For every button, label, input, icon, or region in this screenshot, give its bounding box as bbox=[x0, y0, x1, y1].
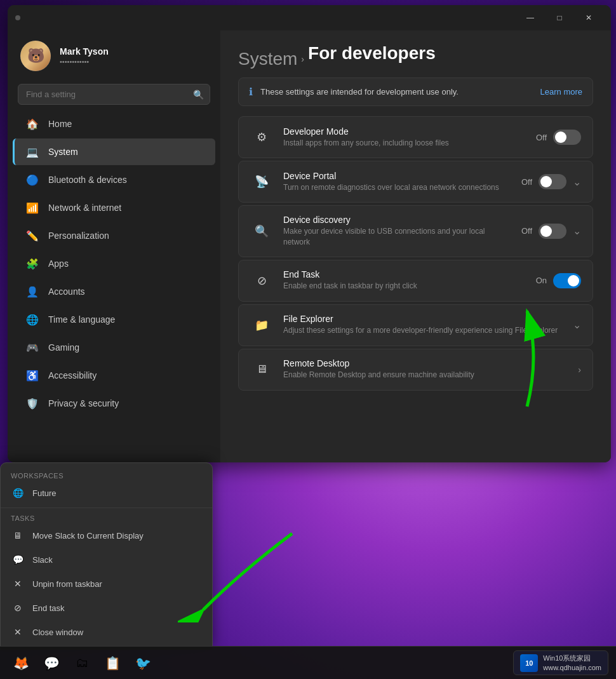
network-icon: 📶 bbox=[25, 201, 39, 215]
end-task-toggle-knob bbox=[568, 275, 579, 286]
personalization-icon: ✏️ bbox=[25, 229, 39, 243]
sidebar-item-time[interactable]: 🌐 Time & language bbox=[13, 306, 215, 333]
context-item-close-window-label: Close window bbox=[32, 628, 83, 637]
sidebar-item-label-bluetooth: Bluetooth & devices bbox=[48, 175, 127, 185]
sidebar-item-label-home: Home bbox=[48, 119, 72, 129]
badge-text: Win10系统家园 www.qdhuajin.com bbox=[543, 654, 601, 672]
setting-row-device-discovery[interactable]: 🔍 Device discovery Make your device visi… bbox=[238, 205, 593, 257]
sidebar-item-label-apps: Apps bbox=[48, 259, 69, 269]
setting-row-developer-mode[interactable]: ⚙ Developer Mode Install apps from any s… bbox=[238, 116, 593, 158]
breadcrumb: System › For developers bbox=[238, 43, 593, 75]
sidebar-item-home[interactable]: 🏠 Home bbox=[13, 111, 215, 137]
context-item-slack[interactable]: 💬 Slack bbox=[1, 548, 212, 572]
search-box: 🔍 bbox=[18, 84, 210, 105]
remote-desktop-icon: 🖥 bbox=[250, 358, 273, 381]
device-portal-desc: Turn on remote diagnostics over local ar… bbox=[283, 182, 511, 193]
device-portal-toggle[interactable] bbox=[539, 174, 566, 189]
file-explorer-chevron: ⌄ bbox=[573, 319, 581, 331]
title-bar: — □ ✕ bbox=[8, 5, 611, 30]
context-workspace-future[interactable]: 🌐 Future bbox=[1, 481, 212, 505]
search-input[interactable] bbox=[18, 84, 210, 105]
sidebar-item-label-privacy: Privacy & security bbox=[48, 398, 119, 408]
privacy-icon: 🛡️ bbox=[25, 396, 39, 410]
device-discovery-toggle-label: Off bbox=[521, 226, 532, 236]
title-bar-left bbox=[15, 15, 20, 20]
context-item-end-task[interactable]: ⊘ End task bbox=[1, 596, 212, 620]
context-item-end-task-label: End task bbox=[32, 603, 65, 613]
taskbar-badge[interactable]: 10 Win10系统家园 www.qdhuajin.com bbox=[513, 650, 608, 675]
user-email: •••••••••••• bbox=[60, 58, 109, 65]
maximize-button[interactable]: □ bbox=[545, 8, 574, 28]
breadcrumb-current: For developers bbox=[308, 43, 436, 64]
taskbar-app-skype[interactable]: 💬 bbox=[38, 650, 65, 676]
end-task-desc: Enable end task in taskbar by right clic… bbox=[283, 281, 526, 292]
device-portal-icon: 📡 bbox=[250, 170, 273, 193]
sidebar-item-label-personalization: Personalization bbox=[48, 231, 109, 241]
apps-icon: 🧩 bbox=[25, 257, 39, 271]
sidebar-item-apps[interactable]: 🧩 Apps bbox=[13, 250, 215, 277]
end-task-toggle[interactable] bbox=[553, 273, 581, 288]
file-explorer-text: File Explorer Adjust these settings for … bbox=[283, 314, 563, 336]
tasks-label: Tasks bbox=[1, 511, 212, 523]
sidebar: 🐻 Mark Tyson •••••••••••• 🔍 🏠 Home 💻 Sys… bbox=[8, 30, 220, 462]
close-button[interactable]: ✕ bbox=[574, 8, 603, 28]
settings-window: — □ ✕ 🐻 Mark Tyson •••••••••••• 🔍 bbox=[8, 5, 611, 462]
avatar: 🐻 bbox=[20, 41, 51, 71]
taskbar-app-bird[interactable]: 🐦 bbox=[130, 650, 156, 676]
badge-line2: www.qdhuajin.com bbox=[543, 663, 601, 672]
sidebar-item-gaming[interactable]: 🎮 Gaming bbox=[13, 334, 215, 361]
sidebar-item-personalization[interactable]: ✏️ Personalization bbox=[13, 222, 215, 249]
taskbar-app-files[interactable]: 🗂 bbox=[69, 650, 95, 676]
file-explorer-icon: 📁 bbox=[250, 314, 273, 337]
taskbar-apps: 🦊 💬 🗂 📋 🐦 bbox=[8, 650, 156, 676]
sidebar-item-label-gaming: Gaming bbox=[48, 342, 79, 353]
developer-mode-toggle[interactable] bbox=[553, 130, 581, 145]
accounts-icon: 👤 bbox=[25, 285, 39, 299]
workspace-item-label: Future bbox=[32, 488, 57, 498]
remote-desktop-text: Remote Desktop Enable Remote Desktop and… bbox=[283, 358, 568, 380]
developer-mode-toggle-knob bbox=[555, 131, 566, 143]
setting-row-device-portal[interactable]: 📡 Device Portal Turn on remote diagnosti… bbox=[238, 161, 593, 203]
context-item-close-window[interactable]: ✕ Close window bbox=[1, 620, 212, 644]
minimize-button[interactable]: — bbox=[516, 8, 545, 28]
sidebar-item-label-network: Network & internet bbox=[48, 203, 121, 213]
end-task-control: On bbox=[536, 273, 581, 288]
main-content: 🐻 Mark Tyson •••••••••••• 🔍 🏠 Home 💻 Sys… bbox=[8, 30, 611, 462]
context-item-move-slack[interactable]: 🖥 Move Slack to Current Display bbox=[1, 523, 212, 548]
developer-mode-icon: ⚙ bbox=[250, 126, 273, 149]
device-discovery-toggle[interactable] bbox=[539, 224, 566, 239]
taskbar-app-notes[interactable]: 📋 bbox=[99, 650, 126, 676]
badge-logo-text: 10 bbox=[525, 659, 533, 667]
context-item-unpin[interactable]: ✕ Unpin from taskbar bbox=[1, 572, 212, 596]
file-explorer-title: File Explorer bbox=[283, 314, 563, 324]
close-window-icon: ✕ bbox=[11, 625, 25, 639]
sidebar-item-bluetooth[interactable]: 🔵 Bluetooth & devices bbox=[13, 166, 215, 193]
sidebar-item-accounts[interactable]: 👤 Accounts bbox=[13, 278, 215, 305]
taskbar-app-firefox[interactable]: 🦊 bbox=[8, 650, 34, 676]
move-slack-icon: 🖥 bbox=[11, 528, 25, 542]
unpin-icon: ✕ bbox=[11, 577, 25, 591]
sidebar-item-network[interactable]: 📶 Network & internet bbox=[13, 194, 215, 221]
bluetooth-icon: 🔵 bbox=[25, 173, 39, 187]
setting-row-end-task[interactable]: ⊘ End Task Enable end task in taskbar by… bbox=[238, 260, 593, 302]
sidebar-item-accessibility[interactable]: ♿ Accessibility bbox=[13, 362, 215, 389]
device-portal-toggle-label: Off bbox=[521, 177, 532, 187]
user-profile[interactable]: 🐻 Mark Tyson •••••••••••• bbox=[8, 30, 220, 81]
accessibility-icon: ♿ bbox=[25, 368, 39, 382]
setting-row-file-explorer[interactable]: 📁 File Explorer Adjust these settings fo… bbox=[238, 304, 593, 346]
device-discovery-toggle-knob bbox=[540, 225, 552, 237]
context-item-unpin-label: Unpin from taskbar bbox=[32, 579, 102, 589]
device-discovery-title: Device discovery bbox=[283, 215, 511, 225]
device-discovery-icon: 🔍 bbox=[250, 220, 273, 243]
sidebar-item-label-accounts: Accounts bbox=[48, 286, 85, 297]
learn-more-link[interactable]: Learn more bbox=[540, 87, 582, 97]
context-divider-1 bbox=[1, 508, 212, 508]
window-controls: — □ ✕ bbox=[516, 8, 603, 28]
sidebar-item-privacy[interactable]: 🛡️ Privacy & security bbox=[13, 390, 215, 417]
sidebar-item-system[interactable]: 💻 System bbox=[13, 138, 215, 165]
setting-row-remote-desktop[interactable]: 🖥 Remote Desktop Enable Remote Desktop a… bbox=[238, 349, 593, 391]
home-icon: 🏠 bbox=[25, 117, 39, 131]
badge-logo: 10 bbox=[520, 654, 538, 672]
context-item-slack-label: Slack bbox=[32, 555, 53, 565]
system-icon: 💻 bbox=[25, 145, 39, 159]
